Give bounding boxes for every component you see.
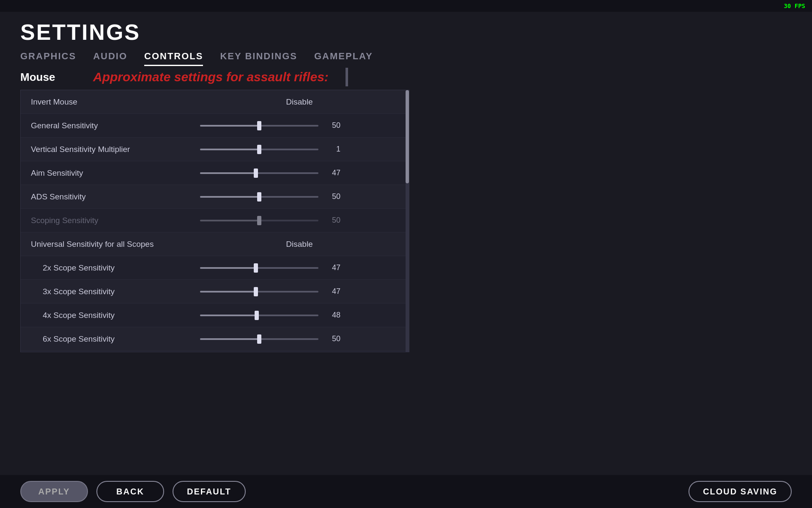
section-header: Mouse Approximate settings for assault r…	[20, 68, 792, 86]
fill-2x-scope	[200, 267, 256, 269]
fill-4x-scope	[200, 315, 257, 316]
row-aim-sensitivity: Aim Sensitivity 47	[21, 161, 409, 185]
tab-controls[interactable]: CONTROLS	[144, 51, 203, 65]
thumb-6x-scope[interactable]	[257, 334, 261, 344]
section-label: Mouse	[20, 71, 80, 84]
number-vertical-sensitivity: 1	[325, 145, 340, 154]
label-invert-mouse: Invert Mouse	[31, 97, 200, 107]
thumb-general-sensitivity[interactable]	[257, 121, 261, 130]
apply-button[interactable]: APPLY	[20, 481, 88, 502]
row-2x-scope: 2x Scope Sensitivity 47	[21, 256, 409, 280]
row-8x-scope: 8x Scope Sensitivity 50	[21, 351, 409, 352]
thumb-2x-scope[interactable]	[254, 263, 258, 273]
number-6x-scope: 50	[325, 334, 340, 343]
thumb-scoping-sensitivity[interactable]	[257, 216, 261, 225]
default-button[interactable]: DEFAULT	[173, 481, 246, 502]
row-6x-scope: 6x Scope Sensitivity 50	[21, 327, 409, 351]
label-2x-scope: 2x Scope Sensitivity	[31, 263, 200, 273]
row-ads-sensitivity: ADS Sensitivity 50	[21, 185, 409, 209]
label-vertical-sensitivity: Vertical Sensitivity Multiplier	[31, 145, 200, 154]
number-aim-sensitivity: 47	[325, 168, 340, 177]
track-3x-scope	[200, 291, 318, 293]
row-scoping-sensitivity: Scoping Sensitivity 50	[21, 209, 409, 232]
fill-vertical-sensitivity	[200, 149, 259, 150]
number-ads-sensitivity: 50	[325, 192, 340, 201]
fps-counter: 30 FPS	[784, 3, 805, 9]
tab-navigation: GRAPHICS AUDIO CONTROLS KEY BINDINGS GAM…	[20, 51, 792, 65]
fill-ads-sensitivity	[200, 196, 259, 198]
tab-gameplay[interactable]: GAMEPLAY	[314, 51, 373, 65]
track-scoping-sensitivity	[200, 220, 318, 221]
number-general-sensitivity: 50	[325, 121, 340, 130]
settings-panel: Invert Mouse Disable General Sensitivity…	[20, 90, 409, 352]
row-universal-scope: Universal Sensitivity for all Scopes Dis…	[21, 232, 409, 256]
fill-3x-scope	[200, 291, 256, 293]
thumb-ads-sensitivity[interactable]	[257, 192, 261, 202]
top-bar: 30 FPS	[0, 0, 812, 12]
back-button[interactable]: BACK	[96, 481, 164, 502]
fill-general-sensitivity	[200, 125, 259, 127]
thumb-3x-scope[interactable]	[254, 287, 258, 296]
thumb-vertical-sensitivity[interactable]	[257, 145, 261, 154]
tab-keybindings[interactable]: KEY BINDINGS	[220, 51, 297, 65]
slider-ads-sensitivity[interactable]: 50	[200, 192, 399, 201]
row-general-sensitivity: General Sensitivity 50	[21, 114, 409, 138]
track-2x-scope	[200, 267, 318, 269]
track-4x-scope	[200, 315, 318, 316]
row-4x-scope: 4x Scope Sensitivity 48	[21, 304, 409, 327]
label-scoping-sensitivity: Scoping Sensitivity	[31, 216, 200, 225]
number-4x-scope: 48	[325, 311, 340, 320]
fill-scoping-sensitivity	[200, 220, 259, 221]
number-2x-scope: 47	[325, 263, 340, 272]
track-general-sensitivity	[200, 125, 318, 127]
slider-scoping-sensitivity[interactable]: 50	[200, 216, 399, 225]
track-6x-scope	[200, 338, 318, 340]
label-aim-sensitivity: Aim Sensitivity	[31, 168, 200, 178]
page-title: SETTINGS	[20, 19, 792, 45]
fill-6x-scope	[200, 338, 259, 340]
track-ads-sensitivity	[200, 196, 318, 198]
slider-6x-scope[interactable]: 50	[200, 334, 399, 343]
tab-graphics[interactable]: GRAPHICS	[20, 51, 76, 65]
row-vertical-sensitivity: Vertical Sensitivity Multiplier 1	[21, 138, 409, 161]
label-6x-scope: 6x Scope Sensitivity	[31, 334, 200, 344]
label-ads-sensitivity: ADS Sensitivity	[31, 192, 200, 202]
scroll-indicator	[346, 68, 348, 86]
track-vertical-sensitivity	[200, 149, 318, 150]
number-scoping-sensitivity: 50	[325, 216, 340, 225]
slider-3x-scope[interactable]: 47	[200, 287, 399, 296]
slider-4x-scope[interactable]: 48	[200, 311, 399, 320]
thumb-aim-sensitivity[interactable]	[254, 168, 258, 178]
label-3x-scope: 3x Scope Sensitivity	[31, 287, 200, 296]
label-universal-scope: Universal Sensitivity for all Scopes	[31, 240, 200, 249]
track-aim-sensitivity	[200, 172, 318, 174]
slider-general-sensitivity[interactable]: 50	[200, 121, 399, 130]
value-universal-scope[interactable]: Disable	[200, 240, 399, 249]
slider-2x-scope[interactable]: 47	[200, 263, 399, 272]
label-general-sensitivity: General Sensitivity	[31, 121, 200, 130]
header: SETTINGS GRAPHICS AUDIO CONTROLS KEY BIN…	[20, 12, 792, 65]
scrollbar[interactable]	[406, 90, 409, 352]
slider-vertical-sensitivity[interactable]: 1	[200, 145, 399, 154]
scrollbar-thumb[interactable]	[406, 90, 409, 183]
number-3x-scope: 47	[325, 287, 340, 296]
label-4x-scope: 4x Scope Sensitivity	[31, 311, 200, 320]
value-invert-mouse[interactable]: Disable	[200, 97, 399, 107]
thumb-4x-scope[interactable]	[255, 311, 259, 320]
row-invert-mouse: Invert Mouse Disable	[21, 90, 409, 114]
cloud-saving-button[interactable]: CLOUD SAVING	[689, 481, 792, 502]
bottom-bar: APPLY BACK DEFAULT CLOUD SAVING	[0, 475, 812, 508]
row-3x-scope: 3x Scope Sensitivity 47	[21, 280, 409, 304]
fill-aim-sensitivity	[200, 172, 256, 174]
annotation-text: Approximate settings for assault rifles:	[93, 70, 329, 84]
slider-aim-sensitivity[interactable]: 47	[200, 168, 399, 177]
tab-audio[interactable]: AUDIO	[93, 51, 127, 65]
main-content: Mouse Approximate settings for assault r…	[20, 68, 792, 474]
